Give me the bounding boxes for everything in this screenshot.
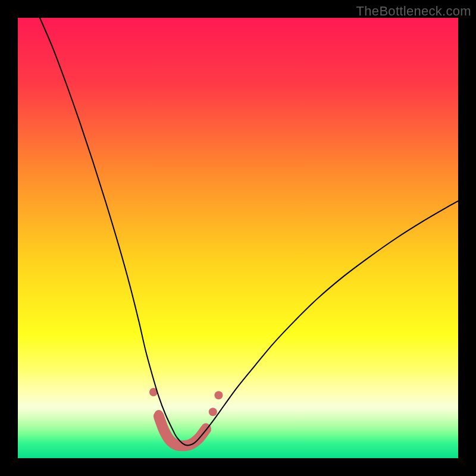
svg-point-9 — [209, 408, 217, 416]
chart-frame — [18, 18, 458, 458]
svg-point-5 — [179, 441, 187, 450]
svg-point-1 — [155, 410, 163, 418]
svg-point-2 — [160, 425, 168, 434]
gradient-bg — [18, 18, 458, 458]
svg-point-3 — [165, 435, 174, 443]
svg-point-10 — [214, 391, 223, 399]
bottleneck-chart — [18, 18, 458, 458]
watermark-text: TheBottleneck.com — [356, 4, 471, 19]
